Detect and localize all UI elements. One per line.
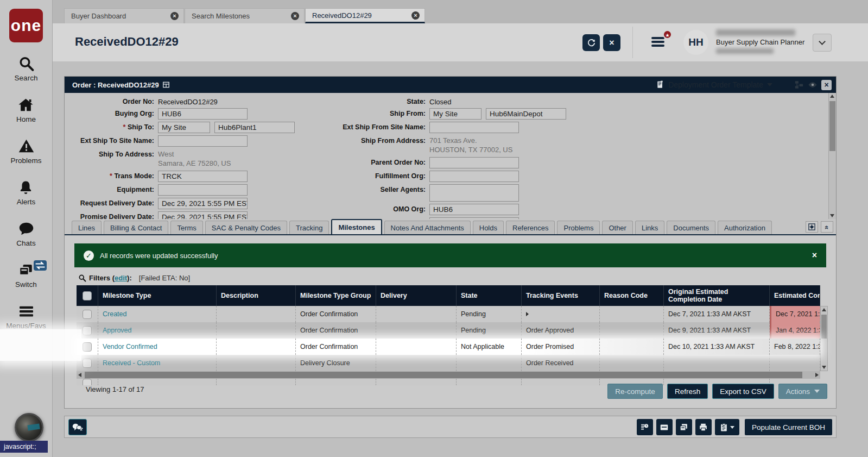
- field-input[interactable]: Dec 29, 2021 5:55 PM EST: [158, 211, 248, 219]
- row-checkbox[interactable]: [83, 310, 92, 319]
- field-input[interactable]: Hub6Plant1: [214, 122, 295, 133]
- sidebar-item-alerts[interactable]: Alerts: [17, 179, 36, 206]
- close-page-button[interactable]: ×: [603, 34, 620, 51]
- one-logo[interactable]: one: [9, 9, 43, 42]
- field-input[interactable]: [158, 135, 248, 147]
- clipboard-button[interactable]: [715, 419, 739, 435]
- sidebar-item-problems[interactable]: Problems: [10, 138, 41, 165]
- tab-milestones[interactable]: Milestones: [331, 219, 382, 234]
- tab-lines[interactable]: Lines: [72, 221, 102, 234]
- field-input[interactable]: [429, 157, 519, 168]
- column-header[interactable]: Tracking Events: [522, 285, 600, 306]
- tab-sac-penalty-codes[interactable]: SAC & Penalty Codes: [205, 221, 287, 234]
- sidebar-item-menus-favs[interactable]: Menus/Favs: [6, 303, 46, 330]
- actions-button[interactable]: Actions: [778, 384, 827, 399]
- select-all-checkbox[interactable]: [77, 285, 98, 306]
- milestone-type-link[interactable]: Received - Custom: [103, 359, 160, 367]
- column-header[interactable]: Milestone Type: [98, 285, 217, 306]
- scroll-up-icon[interactable]: [830, 95, 834, 98]
- tab-holds[interactable]: Holds: [473, 221, 504, 234]
- column-header[interactable]: Estimated Comple: [770, 285, 820, 306]
- audit-button[interactable]: [637, 419, 653, 435]
- template-selector[interactable]: Deployment Order Template: [656, 80, 772, 89]
- scroll-left-icon[interactable]: [78, 373, 81, 377]
- field-input[interactable]: TRCK: [158, 171, 248, 182]
- close-tab-icon[interactable]: ×: [170, 12, 179, 20]
- tab-documents[interactable]: Documents: [667, 221, 715, 234]
- close-tab-icon[interactable]: ×: [291, 12, 299, 20]
- print-button[interactable]: [695, 419, 712, 435]
- field-input[interactable]: [158, 184, 248, 196]
- scroll-down-icon[interactable]: [822, 366, 826, 369]
- tab-authorization[interactable]: Authorization: [718, 221, 772, 234]
- milestone-type-link[interactable]: Vendor Confirmed: [103, 343, 157, 350]
- tab-terms[interactable]: Terms: [170, 221, 202, 234]
- scrollbar-thumb[interactable]: [821, 315, 827, 339]
- field-input[interactable]: [429, 171, 519, 182]
- column-header[interactable]: Delivery: [376, 285, 457, 306]
- row-checkbox[interactable]: [83, 379, 92, 385]
- dismiss-banner-button[interactable]: ×: [812, 251, 817, 260]
- field-input[interactable]: HUB6: [429, 204, 519, 215]
- tab-references[interactable]: References: [506, 221, 555, 234]
- copy-button[interactable]: [676, 419, 692, 435]
- sidebar-item-search[interactable]: Search: [15, 55, 38, 82]
- refresh-button[interactable]: Refresh: [667, 384, 708, 399]
- milestone-type-link[interactable]: Created: [103, 310, 126, 318]
- field-input[interactable]: [429, 122, 519, 133]
- row-checkbox[interactable]: [83, 342, 92, 352]
- column-header[interactable]: State: [457, 285, 522, 306]
- field-input[interactable]: Hub6MainDepot: [486, 108, 566, 120]
- row-checkbox[interactable]: [83, 359, 92, 368]
- close-tab-icon[interactable]: ×: [411, 11, 420, 20]
- workspace-tab[interactable]: Buyer Dashboard×: [64, 8, 184, 23]
- tab-billing-contact[interactable]: Billing & Contact: [104, 221, 168, 234]
- column-header[interactable]: Description: [217, 285, 296, 306]
- switch-badge-icon[interactable]: [34, 260, 47, 271]
- card-button[interactable]: [656, 419, 673, 435]
- export-to-csv-button[interactable]: Export to CSV: [712, 384, 774, 399]
- panel-close-button[interactable]: ×: [821, 80, 832, 90]
- column-header[interactable]: Original Estimated Completion Date: [664, 285, 770, 306]
- vertical-scrollbar[interactable]: [820, 306, 828, 371]
- scroll-right-icon[interactable]: [815, 373, 819, 377]
- tab-links[interactable]: Links: [635, 221, 664, 234]
- tab-tracking[interactable]: Tracking: [289, 221, 329, 234]
- grid-icon[interactable]: [162, 81, 170, 89]
- scrollbar-thumb[interactable]: [829, 101, 835, 151]
- filters-edit-link[interactable]: edit: [115, 274, 127, 282]
- field-input[interactable]: [429, 184, 519, 202]
- scroll-up-icon[interactable]: [822, 308, 826, 311]
- checkbox-icon[interactable]: [83, 291, 92, 301]
- user-menu-button[interactable]: [813, 34, 832, 52]
- tab-other[interactable]: Other: [602, 221, 633, 234]
- row-checkbox[interactable]: [83, 326, 92, 335]
- field-input[interactable]: My Site: [158, 122, 210, 133]
- chat-button[interactable]: [68, 419, 87, 435]
- milestone-type-link[interactable]: Approved: [103, 327, 132, 334]
- field-input[interactable]: My Site: [429, 108, 481, 120]
- collapse-icon[interactable]: «: [821, 221, 833, 233]
- eye-icon[interactable]: [808, 80, 818, 90]
- tab-notes-and-attachments[interactable]: Notes And Attachments: [384, 221, 471, 234]
- field-input[interactable]: HUB6: [158, 108, 248, 120]
- horizontal-scrollbar[interactable]: [77, 371, 820, 379]
- avatar[interactable]: HH: [683, 30, 708, 55]
- scroll-down-icon[interactable]: [830, 214, 834, 217]
- workspace-tab[interactable]: ReceivedDO12#29×: [305, 8, 425, 23]
- scrollbar-thumb[interactable]: [85, 372, 802, 378]
- populate-boh-button[interactable]: Populate Current BOH: [745, 419, 832, 435]
- sidebar-item-chats[interactable]: Chats: [16, 221, 35, 247]
- tab-problems[interactable]: Problems: [557, 221, 600, 234]
- favorites-menu-button[interactable]: ★: [651, 36, 668, 49]
- column-header[interactable]: Milestone Type Group: [296, 285, 376, 306]
- column-header[interactable]: Reason Code: [600, 285, 664, 306]
- assistant-avatar[interactable]: [15, 413, 43, 442]
- panel-scrollbar[interactable]: [828, 93, 836, 219]
- sidebar-item-home[interactable]: Home: [16, 97, 36, 123]
- field-input[interactable]: Dec 29, 2021 5:55 PM EST: [158, 198, 248, 209]
- refresh-button[interactable]: [582, 34, 600, 51]
- expand-caret-icon[interactable]: [526, 312, 529, 316]
- grid-settings-icon[interactable]: [806, 221, 818, 233]
- sidebar-item-switch[interactable]: Switch: [15, 262, 37, 289]
